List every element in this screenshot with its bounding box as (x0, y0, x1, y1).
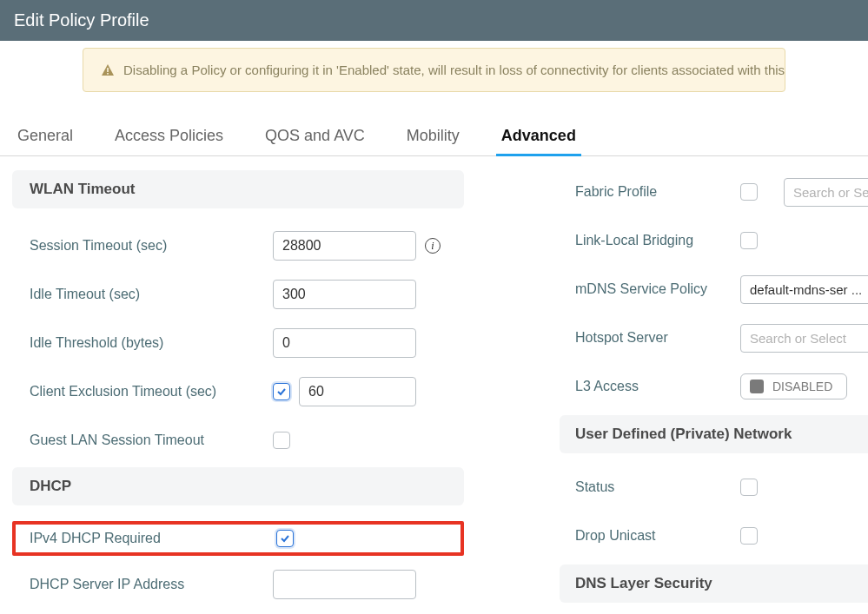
drop-unicast-label: Drop Unicast (575, 528, 740, 544)
mdns-label: mDNS Service Policy (575, 281, 740, 297)
udn-status-label: Status (575, 479, 740, 495)
page-title: Edit Policy Profile (0, 0, 868, 41)
tab-qos-avc[interactable]: QOS and AVC (260, 118, 370, 155)
udn-status-checkbox[interactable] (740, 479, 758, 496)
tab-bar: General Access Policies QOS and AVC Mobi… (0, 118, 868, 156)
tab-general[interactable]: General (12, 118, 78, 155)
session-timeout-label: Session Timeout (sec) (30, 238, 273, 254)
tab-mobility[interactable]: Mobility (401, 118, 465, 155)
l3-access-toggle[interactable]: DISABLED (740, 373, 847, 399)
client-exclusion-checkbox[interactable] (273, 383, 290, 400)
session-timeout-input[interactable] (273, 231, 416, 261)
warning-text: Disabling a Policy or configuring it in … (123, 63, 785, 77)
hotspot-select[interactable]: Search or Select (740, 324, 868, 353)
fabric-profile-checkbox[interactable] (740, 183, 758, 201)
section-dns-layer-security: DNS Layer Security (560, 564, 868, 603)
drop-unicast-checkbox[interactable] (740, 527, 758, 545)
info-icon[interactable]: i (425, 238, 441, 254)
section-dhcp: DHCP (12, 467, 464, 505)
guest-lan-label: Guest LAN Session Timeout (30, 432, 273, 448)
fabric-profile-label: Fabric Profile (575, 184, 740, 200)
section-udn: User Defined (Private) Network (560, 415, 868, 453)
hotspot-label: Hotspot Server (575, 330, 740, 346)
client-exclusion-label: Client Exclusion Timeout (sec) (30, 384, 273, 399)
idle-threshold-label: Idle Threshold (bytes) (30, 335, 273, 351)
svg-rect-1 (107, 73, 109, 75)
toggle-off-icon (750, 380, 764, 393)
mdns-select[interactable]: default-mdns-ser ... (740, 275, 868, 304)
tab-advanced[interactable]: Advanced (496, 118, 581, 155)
section-wlan-timeout: WLAN Timeout (12, 170, 464, 208)
ipv4-dhcp-required-checkbox[interactable] (276, 530, 294, 547)
idle-timeout-input[interactable] (273, 280, 416, 309)
link-local-label: Link-Local Bridging (575, 233, 740, 248)
idle-timeout-label: Idle Timeout (sec) (30, 287, 273, 302)
link-local-checkbox[interactable] (740, 232, 758, 249)
l3-access-label: L3 Access (575, 379, 740, 394)
svg-rect-0 (107, 68, 109, 72)
warning-banner: Disabling a Policy or configuring it in … (83, 48, 785, 92)
guest-lan-checkbox[interactable] (273, 432, 290, 449)
ipv4-dhcp-highlight: IPv4 DHCP Required (12, 521, 464, 556)
warning-icon (101, 63, 115, 77)
dhcp-server-ip-label: DHCP Server IP Address (30, 577, 273, 592)
l3-access-value: DISABLED (772, 380, 832, 393)
tab-access-policies[interactable]: Access Policies (109, 118, 229, 155)
dhcp-server-ip-input[interactable] (273, 570, 416, 599)
client-exclusion-input[interactable] (299, 377, 416, 406)
fabric-profile-select[interactable]: Search or Select (784, 178, 868, 207)
idle-threshold-input[interactable] (273, 328, 416, 358)
ipv4-dhcp-required-label: IPv4 DHCP Required (30, 531, 276, 546)
